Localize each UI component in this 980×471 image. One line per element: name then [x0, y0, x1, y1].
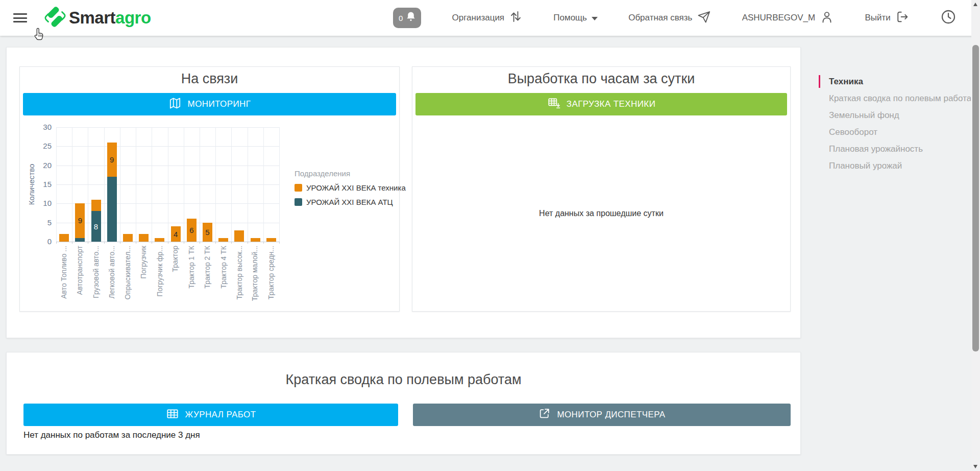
- x-axis-label: Легковой авто...: [108, 246, 116, 299]
- sidebar-item-land-fund[interactable]: Земельный фонд: [806, 107, 971, 124]
- sidebar-item-crop-rotation[interactable]: Севооборот: [806, 124, 971, 140]
- legend-item-atc[interactable]: УРОЖАЙ XXI ВЕКА АТЦ: [295, 198, 406, 206]
- nav-feedback-label: Обратная связь: [628, 13, 692, 23]
- nav-organization[interactable]: Организация: [452, 10, 523, 26]
- session-clock-button[interactable]: [940, 9, 957, 28]
- bar-segment[interactable]: 8: [91, 211, 101, 242]
- nav-logout[interactable]: Выйти: [865, 10, 909, 27]
- clock-icon: [940, 9, 957, 28]
- monitoring-button[interactable]: МОНИТОРИНГ: [23, 93, 396, 115]
- logo-text: Smartagro: [69, 8, 151, 28]
- load-vehicles-button-label: ЗАГРУЗКА ТЕХНИКИ: [567, 99, 656, 109]
- bar-segment[interactable]: 5: [203, 223, 212, 242]
- legend-item-tehnika[interactable]: УРОЖАЙ XXI ВЕКА техника: [295, 183, 406, 192]
- table-download-icon: [547, 97, 560, 112]
- nav-help-label: Помощь: [553, 13, 587, 23]
- legend-label: УРОЖАЙ XXI ВЕКА техника: [306, 183, 406, 192]
- on-air-chart: Количество 051015202530Авто Топливо ...9…: [20, 123, 399, 311]
- person-icon: [820, 10, 834, 27]
- y-axis-tick: 20: [20, 161, 52, 170]
- y-axis-tick: 5: [20, 218, 52, 227]
- card-hourly-output: Выработка по часам за сутки ЗАГРУЗКА ТЕХ…: [412, 66, 791, 312]
- bar-segment[interactable]: 9: [107, 143, 117, 177]
- nav-feedback[interactable]: Обратная связь: [628, 10, 711, 27]
- external-link-icon: [538, 407, 551, 422]
- bar-value-label: 6: [189, 226, 193, 234]
- nav-help[interactable]: Помощь: [553, 13, 598, 23]
- scrollbar-up-arrow[interactable]: [973, 3, 977, 6]
- x-axis-label: Авто Топливо ...: [60, 246, 68, 299]
- nav-organization-label: Организация: [452, 13, 505, 23]
- bar-value-label: 8: [94, 222, 98, 231]
- bar-segment[interactable]: [234, 230, 244, 242]
- x-axis-label: Трактор 2 ТК: [203, 246, 211, 289]
- notifications-button[interactable]: 0: [393, 8, 421, 28]
- map-icon: [168, 97, 182, 112]
- bar-segment[interactable]: 6: [187, 219, 197, 242]
- sidebar-item-planned-yield-rate[interactable]: Плановая урожайность: [806, 140, 971, 157]
- bar-segment[interactable]: [139, 234, 149, 242]
- chart-legend: Подразделения УРОЖАЙ XXI ВЕКА техника УР…: [295, 169, 406, 206]
- menu-button[interactable]: [13, 11, 27, 25]
- scrollbar-thumb[interactable]: [972, 45, 979, 351]
- bar-segment[interactable]: [59, 234, 69, 242]
- hourly-output-title: Выработка по часам за сутки: [412, 71, 790, 87]
- nav-user[interactable]: ASHURBEGOV_M: [742, 10, 835, 27]
- x-axis-label: Трактор 1 ТК: [187, 246, 195, 289]
- sidebar-item-planned-harvest[interactable]: Плановый урожай: [806, 157, 971, 174]
- y-axis-tick: 25: [20, 142, 52, 150]
- bar-segment[interactable]: [155, 238, 164, 242]
- x-axis-label: Трактор высок...: [235, 246, 243, 300]
- legend-label: УРОЖАЙ XXI ВЕКА АТЦ: [306, 198, 393, 206]
- bar-segment[interactable]: [107, 177, 117, 242]
- x-axis-label: Трактор малой...: [251, 246, 259, 301]
- caret-down-icon: [592, 17, 598, 20]
- legend-swatch-teal: [295, 198, 302, 206]
- dashboard-row-1: На связи МОНИТОРИНГ Количество 051015202…: [6, 47, 801, 338]
- work-journal-button[interactable]: ЖУРНАЛ РАБОТ: [23, 404, 398, 426]
- monitoring-button-label: МОНИТОРИНГ: [188, 99, 251, 109]
- sidebar-item-field-work-summary[interactable]: Краткая сводка по полевым работам: [806, 90, 971, 107]
- x-axis-label: Погрузчик: [139, 246, 148, 279]
- on-air-title: На связи: [20, 71, 399, 87]
- bar-segment[interactable]: [251, 238, 260, 242]
- dispatcher-monitor-button[interactable]: МОНИТОР ДИСПЕТЧЕРА: [413, 404, 791, 426]
- paper-plane-icon: [697, 10, 711, 27]
- bar-segment[interactable]: 4: [171, 226, 181, 242]
- y-axis-tick: 15: [20, 180, 52, 189]
- work-journal-button-label: ЖУРНАЛ РАБОТ: [185, 410, 256, 420]
- page-scrollbar[interactable]: [971, 0, 980, 471]
- bar-value-label: 9: [78, 216, 82, 225]
- field-work-empty-text: Нет данных по работам за последние 3 дня: [23, 430, 200, 440]
- bar-segment[interactable]: [266, 238, 276, 242]
- y-axis-tick: 30: [20, 123, 52, 131]
- nav-logout-label: Выйти: [865, 13, 890, 23]
- bar-value-label: 9: [110, 155, 114, 164]
- scrollbar-down-arrow[interactable]: [973, 465, 977, 468]
- load-vehicles-button[interactable]: ЗАГРУЗКА ТЕХНИКИ: [415, 93, 787, 115]
- dispatcher-monitor-button-label: МОНИТОР ДИСПЕТЧЕРА: [557, 410, 665, 420]
- bell-icon: [405, 11, 416, 26]
- bar-value-label: 4: [174, 230, 178, 239]
- logout-icon: [895, 10, 910, 27]
- bar-segment[interactable]: 9: [75, 203, 85, 238]
- bar-segment[interactable]: [218, 238, 228, 242]
- app-header: Smartagro 0 Организация Помощь: [0, 0, 980, 36]
- legend-swatch-orange: [295, 184, 302, 192]
- x-axis-label: Трактор: [172, 246, 180, 272]
- header-nav: 0 Организация Помощь Обратная связ: [393, 0, 957, 36]
- right-sidebar: Техника Краткая сводка по полевым работа…: [806, 73, 971, 174]
- bar-segment[interactable]: [91, 200, 101, 211]
- sidebar-item-tehnika[interactable]: Техника: [806, 73, 971, 90]
- dashboard-row-2: Краткая сводка по полевым работам ЖУРНАЛ…: [6, 352, 801, 455]
- x-axis-label: Опрыскивател...: [124, 246, 132, 299]
- y-axis-tick: 0: [20, 237, 52, 246]
- hourly-output-empty-text: Нет данных за прошедшие сутки: [412, 209, 790, 218]
- swap-vertical-icon: [509, 10, 523, 26]
- app-logo[interactable]: Smartagro: [43, 5, 151, 31]
- bar-segment[interactable]: [123, 234, 133, 242]
- bar-segment[interactable]: [75, 238, 85, 242]
- logo-icon: [43, 5, 67, 31]
- x-axis-label: Автотранспорт: [76, 246, 84, 295]
- field-work-summary-title: Краткая сводка по полевым работам: [7, 372, 800, 388]
